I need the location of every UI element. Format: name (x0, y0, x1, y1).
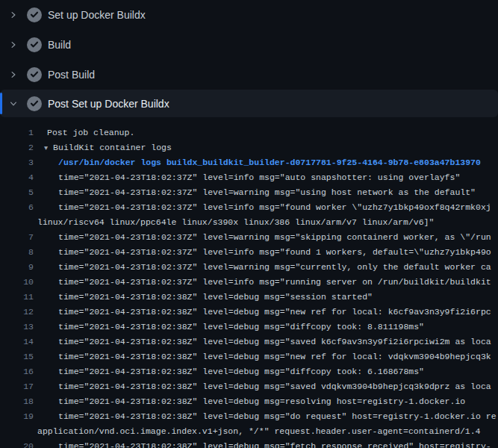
chevron-down-icon[interactable] (9, 99, 18, 108)
log-line-text: time="2021-04-23T18:02:38Z" level=debug … (37, 394, 498, 409)
log-line: 9time="2021-04-23T18:02:37Z" level=warni… (0, 260, 498, 275)
log-line-text: time="2021-04-23T18:02:37Z" level=info m… (37, 200, 498, 215)
log-line-number[interactable]: 14 (0, 335, 34, 349)
step-title: Post Set up Docker Buildx (48, 98, 169, 110)
log-line-text: Post job cleanup. (37, 125, 498, 140)
log-line: 11time="2021-04-23T18:02:38Z" level=debu… (0, 290, 498, 305)
log-line-text: linux/riscv64 linux/ppc64le linux/s390x … (37, 215, 498, 230)
log-line: 8time="2021-04-23T18:02:37Z" level=info … (0, 245, 498, 260)
log-group-line: ▼BuildKit container logs (37, 140, 498, 155)
log-line-number[interactable]: 13 (0, 320, 34, 335)
log-line-number[interactable]: 16 (0, 364, 34, 379)
log-line-number[interactable]: 1 (0, 125, 34, 140)
step-title: Post Build (48, 69, 95, 81)
log-line-number[interactable]: 20 (0, 439, 34, 448)
log-line: application/vnd.oci.image.index.v1+json,… (0, 424, 498, 439)
log-line-number (0, 424, 34, 439)
log-line-number[interactable]: 18 (0, 394, 34, 409)
log-line-number[interactable]: 11 (0, 290, 34, 305)
log-line: 16time="2021-04-23T18:02:38Z" level=debu… (0, 364, 498, 379)
log-group-label[interactable]: BuildKit container logs (53, 143, 172, 152)
log-line: 14time="2021-04-23T18:02:38Z" level=debu… (0, 335, 498, 349)
log-line: 1Post job cleanup. (0, 125, 498, 140)
steps-list: Set up Docker Buildx Build Post Build Po… (0, 0, 498, 117)
log-line: 19time="2021-04-23T18:02:38Z" level=debu… (0, 409, 498, 424)
log-line-number (0, 215, 34, 230)
log-line-text: time="2021-04-23T18:02:38Z" level=debug … (37, 379, 498, 394)
step-title: Build (48, 39, 71, 51)
log-line: 15time="2021-04-23T18:02:38Z" level=debu… (0, 349, 498, 364)
log-line: 13time="2021-04-23T18:02:38Z" level=debu… (0, 320, 498, 335)
log-output: 1Post job cleanup.2▼BuildKit container l… (0, 117, 498, 448)
log-line-number[interactable]: 4 (0, 170, 34, 185)
log-line-text: time="2021-04-23T18:02:38Z" level=debug … (37, 409, 498, 424)
group-collapse-icon[interactable]: ▼ (44, 145, 48, 152)
log-line: 17time="2021-04-23T18:02:38Z" level=debu… (0, 379, 498, 394)
chevron-right-icon[interactable] (9, 70, 18, 79)
log-line-number[interactable]: 2 (0, 140, 34, 155)
log-line: linux/riscv64 linux/ppc64le linux/s390x … (0, 215, 498, 230)
log-line: 10time="2021-04-23T18:02:37Z" level=info… (0, 275, 498, 290)
log-line: 12time="2021-04-23T18:02:38Z" level=debu… (0, 305, 498, 320)
step-success-check-icon (27, 67, 42, 82)
log-line-number[interactable]: 5 (0, 185, 34, 200)
step-success-check-icon (27, 7, 42, 22)
step-header-build[interactable]: Build (0, 30, 498, 60)
log-line: 7time="2021-04-23T18:02:37Z" level=warni… (0, 230, 498, 245)
log-line-text: time="2021-04-23T18:02:38Z" level=debug … (37, 335, 498, 349)
log-line-number[interactable]: 8 (0, 245, 34, 260)
log-line-text: time="2021-04-23T18:02:37Z" level=info m… (37, 245, 498, 260)
log-line: 18time="2021-04-23T18:02:38Z" level=debu… (0, 394, 498, 409)
log-line-number[interactable]: 7 (0, 230, 34, 245)
log-line-text: time="2021-04-23T18:02:37Z" level=warnin… (37, 260, 498, 275)
log-line: 3/usr/bin/docker logs buildx_buildkit_bu… (0, 155, 498, 170)
log-line-text: time="2021-04-23T18:02:37Z" level=warnin… (37, 185, 498, 200)
log-line-text: time="2021-04-23T18:02:38Z" level=debug … (37, 364, 498, 379)
log-line-number[interactable]: 6 (0, 200, 34, 215)
log-line-number[interactable]: 17 (0, 379, 34, 394)
log-line-text: time="2021-04-23T18:02:38Z" level=debug … (37, 439, 498, 448)
log-line-text: time="2021-04-23T18:02:37Z" level=info m… (37, 275, 498, 290)
log-line: 6time="2021-04-23T18:02:37Z" level=info … (0, 200, 498, 215)
log-line-number[interactable]: 15 (0, 349, 34, 364)
log-line-text: time="2021-04-23T18:02:38Z" level=debug … (37, 290, 498, 305)
log-line-number[interactable]: 19 (0, 409, 34, 424)
step-success-check-icon (27, 37, 42, 52)
log-line-number[interactable]: 9 (0, 260, 34, 275)
log-line-text: time="2021-04-23T18:02:38Z" level=debug … (37, 349, 498, 364)
chevron-right-icon[interactable] (9, 10, 18, 19)
chevron-right-icon[interactable] (9, 40, 18, 49)
log-line-number[interactable]: 12 (0, 305, 34, 320)
log-line: 20time="2021-04-23T18:02:38Z" level=debu… (0, 439, 498, 448)
step-header-post-setup-docker-buildx[interactable]: Post Set up Docker Buildx (0, 90, 498, 117)
log-command-text: /usr/bin/docker logs buildx_buildkit_bui… (37, 155, 498, 170)
log-line-text: application/vnd.oci.image.index.v1+json,… (37, 424, 498, 439)
step-header-post-build[interactable]: Post Build (0, 60, 498, 90)
log-line-text: time="2021-04-23T18:02:38Z" level=debug … (37, 305, 498, 320)
log-line-number[interactable]: 10 (0, 275, 34, 290)
step-header-setup-docker-buildx[interactable]: Set up Docker Buildx (0, 0, 498, 30)
step-success-check-icon (27, 96, 42, 111)
log-line-number[interactable]: 3 (0, 155, 34, 170)
step-title: Set up Docker Buildx (48, 9, 146, 21)
active-step-indicator (0, 93, 2, 114)
log-line-text: time="2021-04-23T18:02:37Z" level=info m… (37, 170, 498, 185)
log-line: 2▼BuildKit container logs (0, 140, 498, 155)
log-line-text: time="2021-04-23T18:02:37Z" level=warnin… (37, 230, 498, 245)
log-line: 5time="2021-04-23T18:02:37Z" level=warni… (0, 185, 498, 200)
log-line: 4time="2021-04-23T18:02:37Z" level=info … (0, 170, 498, 185)
log-line-text: time="2021-04-23T18:02:38Z" level=debug … (37, 320, 498, 335)
